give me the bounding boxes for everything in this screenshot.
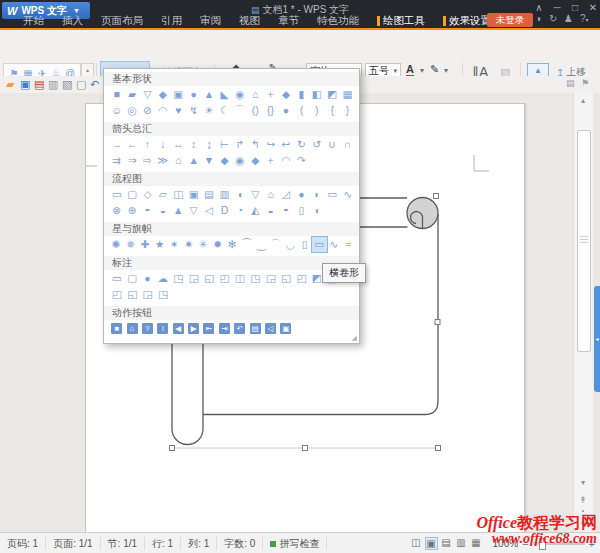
shape-icon[interactable]: ◧ bbox=[309, 87, 324, 102]
shape-icon[interactable]: ◲ bbox=[186, 271, 201, 286]
shape-icon[interactable]: ? bbox=[142, 323, 153, 334]
handle-bottom-right[interactable] bbox=[436, 446, 441, 451]
minimize-button[interactable]: ─ bbox=[549, 2, 565, 13]
shape-icon[interactable]: ✹ bbox=[211, 237, 226, 252]
tab-审阅[interactable]: 审阅 bbox=[191, 13, 230, 28]
chevron-down-icon[interactable]: ▾ bbox=[420, 66, 424, 75]
shape-icon[interactable]: ▰ bbox=[124, 87, 139, 102]
shape-icon[interactable]: ▭ bbox=[109, 187, 124, 202]
shape-icon[interactable]: ≫ bbox=[155, 153, 170, 168]
shape-icon[interactable]: ◆ bbox=[217, 153, 232, 168]
shape-icon[interactable]: ● bbox=[294, 187, 309, 202]
shape-icon[interactable]: ◒ bbox=[263, 203, 278, 218]
shape-icon[interactable]: ▮ bbox=[294, 87, 309, 102]
shape-icon[interactable]: ◲ bbox=[140, 287, 155, 302]
shape-icon[interactable]: ★ bbox=[153, 237, 168, 252]
shape-icon[interactable]: ◉ bbox=[232, 153, 247, 168]
shape-icon[interactable]: ▭ bbox=[109, 271, 124, 286]
shape-icon[interactable]: ⇥ bbox=[219, 323, 230, 334]
shape-icon[interactable]: ≈ bbox=[341, 237, 356, 252]
shape-icon[interactable]: ▢ bbox=[124, 187, 139, 202]
shape-icon[interactable]: ＋ bbox=[263, 87, 278, 102]
shape-icon[interactable]: ◀ bbox=[173, 323, 184, 334]
shape-icon[interactable]: ● bbox=[140, 271, 155, 286]
shape-icon[interactable]: ◳ bbox=[171, 271, 186, 286]
shape-icon[interactable]: ■ bbox=[109, 87, 124, 102]
shape-icon[interactable]: ∩ bbox=[340, 137, 355, 152]
tab-引用[interactable]: 引用 bbox=[152, 13, 191, 28]
handle-bottom-left[interactable] bbox=[170, 446, 175, 451]
shape-icon[interactable]: ▯ bbox=[298, 237, 313, 252]
shape-icon[interactable]: ⌂ bbox=[171, 153, 186, 168]
shape-icon[interactable]: ☀ bbox=[201, 103, 216, 118]
shape-icon[interactable]: ↔ bbox=[171, 137, 186, 152]
shape-icon[interactable]: ◳ bbox=[248, 271, 263, 286]
shape-icon[interactable]: ▲ bbox=[201, 87, 216, 102]
shape-icon[interactable]: ✵ bbox=[124, 237, 139, 252]
tab-开始[interactable]: 开始 bbox=[14, 13, 53, 28]
shape-icon[interactable]: ● bbox=[186, 87, 201, 102]
resize-grip-icon[interactable]: ◢ bbox=[352, 334, 357, 342]
shape-icon[interactable]: ◱ bbox=[278, 271, 293, 286]
save-icon[interactable]: ▣ bbox=[20, 78, 30, 91]
shape-icon[interactable]: ⌒ bbox=[232, 103, 247, 118]
shape-icon[interactable]: ◠ bbox=[278, 153, 293, 168]
handle-bottom-middle[interactable] bbox=[303, 446, 308, 451]
shape-icon[interactable]: ◒ bbox=[155, 203, 170, 218]
gallery-scroll-icon[interactable]: ▴ bbox=[82, 64, 93, 77]
shape-icon[interactable]: ▽ bbox=[140, 87, 155, 102]
tab-插入[interactable]: 插入 bbox=[53, 13, 92, 28]
shape-icon[interactable]: ☁ bbox=[155, 271, 170, 286]
shape-icon[interactable]: ∪ bbox=[324, 137, 339, 152]
shape-icon[interactable]: ▭ bbox=[324, 187, 339, 202]
shape-icon[interactable]: ◣ bbox=[217, 87, 232, 102]
shape-icon[interactable]: ↩ bbox=[278, 137, 293, 152]
shape-icon[interactable]: ↨ bbox=[201, 137, 216, 152]
shape-icon[interactable]: ✶ bbox=[167, 237, 182, 252]
shape-icon[interactable]: ↷ bbox=[294, 153, 309, 168]
horizontal-scroll-icon[interactable]: ▭ bbox=[312, 237, 327, 252]
shape-icon[interactable]: ◔ bbox=[232, 203, 247, 218]
shape-icon[interactable]: ↪ bbox=[263, 137, 278, 152]
shape-icon[interactable]: ■ bbox=[111, 323, 122, 334]
shape-icon[interactable]: {} bbox=[263, 103, 278, 118]
view-mode-button-2[interactable]: ▤ bbox=[440, 537, 453, 550]
shape-icon[interactable]: ↰ bbox=[248, 137, 263, 152]
shape-icon[interactable]: ⌂ bbox=[263, 187, 278, 202]
shape-icon[interactable]: ✚ bbox=[138, 237, 153, 252]
handle-middle-right[interactable] bbox=[435, 320, 440, 325]
view-mode-button-0[interactable]: ◫ bbox=[410, 537, 423, 550]
print-icon[interactable]: ▥ bbox=[48, 78, 58, 91]
shape-icon[interactable]: ▣ bbox=[186, 187, 201, 202]
shape-icon[interactable]: ↱ bbox=[232, 137, 247, 152]
shape-icon[interactable]: ◳ bbox=[155, 287, 170, 302]
shape-icon[interactable]: i bbox=[157, 323, 168, 334]
tab-章节[interactable]: 章节 bbox=[269, 13, 308, 28]
shape-icon[interactable]: ◗ bbox=[309, 187, 324, 202]
shape-icon[interactable]: ↻ bbox=[294, 137, 309, 152]
shape-icon[interactable]: ◰ bbox=[294, 271, 309, 286]
shape-icon[interactable]: ● bbox=[278, 103, 293, 118]
shape-icon[interactable]: ▯ bbox=[294, 203, 309, 218]
shape-icon[interactable]: ◆ bbox=[248, 153, 263, 168]
shape-icon[interactable]: ∿ bbox=[327, 237, 342, 252]
skin-icon[interactable]: ♟ bbox=[564, 13, 573, 24]
shape-icon[interactable]: ▤ bbox=[201, 187, 216, 202]
shape-icon[interactable]: } bbox=[340, 103, 355, 118]
shape-icon[interactable]: ◿ bbox=[278, 187, 293, 202]
shape-icon[interactable]: ✳ bbox=[196, 237, 211, 252]
shape-icon[interactable]: ✺ bbox=[109, 237, 124, 252]
shape-icon[interactable]: ◆ bbox=[278, 87, 293, 102]
ruler-toggle-icon[interactable]: ▤ bbox=[566, 78, 575, 88]
tab-页面布局[interactable]: 页面布局 bbox=[92, 13, 152, 28]
undo-icon[interactable]: ↶ bbox=[90, 78, 99, 91]
shape-icon[interactable]: ⇉ bbox=[109, 153, 124, 168]
shape-icon[interactable]: ↕ bbox=[186, 137, 201, 152]
shape-icon[interactable]: ↺ bbox=[309, 137, 324, 152]
tab-视图[interactable]: 视图 bbox=[230, 13, 269, 28]
shape-icon[interactable]: ⊘ bbox=[140, 103, 155, 118]
shape-icon[interactable]: ) bbox=[309, 103, 324, 118]
shape-icon[interactable]: ▶ bbox=[188, 323, 199, 334]
spellcheck-status[interactable]: 拼写检查 bbox=[263, 537, 327, 550]
shape-icon[interactable]: ◁ bbox=[265, 323, 276, 334]
